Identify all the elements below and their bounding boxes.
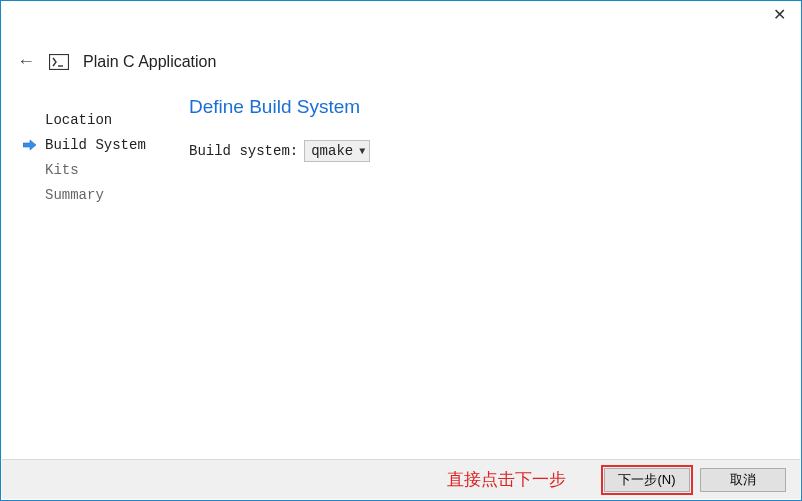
step-kits: Kits: [29, 158, 179, 183]
annotation-text: 直接点击下一步: [447, 468, 566, 491]
svg-rect-0: [50, 54, 69, 69]
wizard-footer: 直接点击下一步 下一步(N) 取消: [2, 459, 800, 499]
step-label: Summary: [45, 187, 104, 203]
close-icon[interactable]: ✕: [769, 7, 789, 23]
next-button[interactable]: 下一步(N): [604, 468, 690, 492]
build-system-row: Build system: qmake ▼: [189, 140, 801, 162]
step-location: Location: [29, 108, 179, 133]
main-panel: Define Build System Build system: qmake …: [179, 90, 801, 208]
wizard-title: Plain C Application: [83, 53, 216, 71]
wizard-body: Location Build System Kits Summary Defin…: [1, 90, 801, 208]
step-label: Kits: [45, 162, 79, 178]
step-label: Location: [45, 112, 112, 128]
build-system-select[interactable]: qmake ▼: [304, 140, 370, 162]
step-build-system: Build System: [29, 133, 179, 158]
build-system-value: qmake: [311, 143, 353, 159]
terminal-icon: [49, 54, 69, 70]
steps-sidebar: Location Build System Kits Summary: [29, 90, 179, 208]
step-label: Build System: [45, 137, 146, 153]
page-title: Define Build System: [189, 96, 801, 118]
titlebar: ✕: [1, 1, 801, 33]
step-summary: Summary: [29, 183, 179, 208]
build-system-label: Build system:: [189, 143, 298, 159]
wizard-header: ← Plain C Application: [1, 33, 801, 90]
current-step-arrow-icon: [23, 137, 37, 158]
chevron-down-icon: ▼: [359, 146, 365, 157]
back-arrow-icon[interactable]: ←: [17, 51, 35, 72]
cancel-button[interactable]: 取消: [700, 468, 786, 492]
